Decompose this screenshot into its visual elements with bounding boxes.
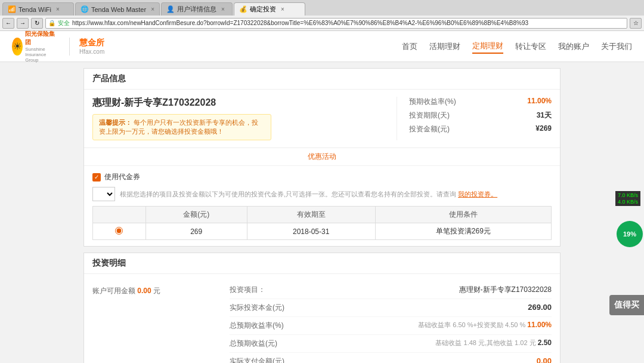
coupon-row: 269 2018-05-31 单笔投资满269元 (93, 223, 552, 240)
tab-favicon: 💰 (239, 5, 247, 13)
coupon-link[interactable]: 我的投资券。 (458, 190, 497, 198)
network-monitor: 7.0 KB/s 4.0 KB/s (615, 191, 640, 206)
hfax-sub-label: Hfax.com (79, 48, 104, 55)
coupon-table: 金额(元) 有效期至 使用条件 269 2018-05-31 单笔投资满269元 (92, 206, 552, 240)
row-label-principal: 实际投资本金(元) (230, 303, 284, 313)
coupon-col-expiry: 有效期至 (247, 207, 375, 223)
watermark-text: 值得买 (614, 300, 639, 309)
site-navigation: 首页 活期理财 定期理财 转让专区 我的账户 关于我们 (402, 39, 632, 54)
row-label-project: 投资项目： (230, 285, 265, 295)
row-label-yield-amount: 总预期收益(元) (230, 339, 277, 349)
row-value-project: 惠理财-新手专享Z170322028 (459, 285, 552, 295)
stat-amount: 投资金额(元) ¥269 (409, 124, 552, 134)
hfax-main-label: 慧金所 (79, 38, 104, 48)
sunshine-label: 阳光保险集团 (25, 30, 60, 47)
promo-bar[interactable]: 优惠活动 (84, 147, 560, 165)
tab-close-icon[interactable]: × (151, 6, 154, 13)
coupon-col-select (93, 207, 146, 223)
tab-confirm-invest[interactable]: 💰 确定投资 × (234, 2, 305, 16)
coupon-dropdown[interactable] (92, 187, 115, 201)
watermark: 值得买 (609, 295, 644, 315)
coupon-condition-cell: 单笔投资满269元 (375, 223, 551, 240)
back-button[interactable]: ← (2, 18, 14, 29)
coupon-col-condition: 使用条件 (375, 207, 551, 223)
navigation-bar: ← → ↻ 🔒 安全 https://www.hfax.com/newHandC… (0, 16, 644, 31)
tab-favicon: 📶 (8, 5, 16, 13)
coupon-radio-cell[interactable] (93, 223, 146, 240)
invest-body: 账户可用金额 0.00 元 投资项目： 惠理财-新手专享Z170322028 实… (84, 274, 560, 363)
invest-panel-title: 投资明细 (84, 253, 560, 274)
coupon-radio[interactable] (115, 227, 123, 235)
invest-left: 账户可用金额 0.00 元 (92, 281, 212, 363)
warning-title: 温馨提示： (99, 119, 132, 126)
invest-row-principal: 实际投资本金(元) 269.00 (230, 299, 552, 317)
net-up-speed: 7.0 KB/s (618, 192, 638, 198)
tab-label: 用户详情信息 (177, 5, 216, 14)
tab-close-icon[interactable]: × (221, 6, 225, 13)
sunshine-logo: ☀ 阳光保险集团 Sunshine Insurance Group (12, 30, 60, 63)
balance-label: 账户可用金额 (92, 287, 135, 295)
tab-favicon: 👤 (166, 5, 175, 13)
tab-tenda-web[interactable]: 🌐 Tenda Web Master × (75, 2, 160, 16)
row-value-yield-amount: 基础收益 1.48 元,其他收益 1.02 元 2.50 (435, 339, 552, 349)
checkmark-icon: ✓ (94, 174, 99, 180)
badge-value: 19% (623, 230, 636, 238)
rate-detail-text: 基础收益率 6.50 %+投资奖励 4.50 % (418, 321, 527, 328)
row-label-payment: 实际支付金额(元) (230, 356, 284, 363)
yield-total-value: 2.50 (538, 339, 552, 347)
coupon-select-row: 根据您选择的项目及投资金额以下为可使用的投资代金券,只可选择一张。您还可以查看您… (92, 187, 552, 201)
nav-my-account[interactable]: 我的账户 (558, 40, 589, 53)
yield-detail-text: 基础收益 1.48 元,其他收益 1.02 元 (435, 339, 537, 346)
coupon-section: ✓ 使用代金券 根据您选择的项目及投资金额以下为可使用的投资代金券,只可选择一张… (84, 165, 560, 246)
nav-current-finance[interactable]: 活期理财 (429, 40, 460, 53)
circle-badge: 19% (617, 221, 643, 247)
refresh-button[interactable]: ↻ (31, 18, 43, 29)
product-warning: 温馨提示： 每个用户只有一次投资新手专享的机会，投资上限为一万元，请您确选择投资… (92, 114, 271, 140)
coupon-expiry-cell: 2018-05-31 (247, 223, 375, 240)
product-left: 惠理财-新手专享Z170322028 温馨提示： 每个用户只有一次投资新手专享的… (92, 97, 397, 140)
invest-row-yield-rate: 总预期收益率(%) 基础收益率 6.50 %+投资奖励 4.50 % 11.00… (230, 317, 552, 335)
hfax-logo: 慧金所 Hfax.com (79, 38, 104, 55)
invest-row-payment: 实际支付金额(元) 0.00 (230, 353, 552, 363)
product-info: 惠理财-新手专享Z170322028 温馨提示： 每个用户只有一次投资新手专享的… (84, 90, 560, 147)
stat-value-yield: 11.00% (527, 97, 552, 107)
nav-fixed-finance[interactable]: 定期理财 (472, 39, 503, 54)
product-name: 惠理财-新手专享Z170322028 (92, 97, 397, 109)
tab-tenda-wifi[interactable]: 📶 Tenda WiFi × (2, 2, 74, 16)
coupon-checkbox[interactable]: ✓ (92, 173, 101, 182)
tab-close-icon[interactable]: × (56, 6, 60, 13)
secure-icon: 🔒 (48, 20, 55, 26)
nav-about[interactable]: 关于我们 (601, 40, 632, 53)
forward-button[interactable]: → (17, 18, 29, 29)
coupon-col-amount: 金额(元) (145, 207, 247, 223)
coupon-label: 使用代金券 (104, 172, 140, 182)
invest-row-project: 投资项目： 惠理财-新手专享Z170322028 (230, 281, 552, 299)
net-speed: 7.0 KB/s 4.0 KB/s (618, 192, 638, 205)
stat-label-amount: 投资金额(元) (409, 124, 450, 134)
row-value-payment: 0.00 (537, 356, 552, 363)
coupon-amount-cell: 269 (145, 223, 247, 240)
nav-home[interactable]: 首页 (402, 40, 417, 53)
tab-user-info[interactable]: 👤 用户详情信息 × (161, 2, 233, 16)
tab-label: 确定投资 (250, 5, 276, 14)
stat-period: 投资期限(天) 31天 (409, 110, 552, 121)
main-content: 产品信息 惠理财-新手专享Z170322028 温馨提示： 每个用户只有一次投资… (0, 62, 644, 363)
stat-value-period: 31天 (537, 110, 552, 121)
nav-transfer[interactable]: 转让专区 (515, 40, 546, 53)
balance-unit: 元 (153, 287, 160, 295)
stat-value-amount: ¥269 (535, 124, 552, 134)
sunshine-sub: Sunshine Insurance Group (25, 47, 60, 63)
row-label-yield-rate: 总预期收益率(%) (230, 321, 284, 331)
bookmark-button[interactable]: ☆ (630, 18, 642, 29)
secure-label: 安全 (58, 19, 70, 27)
address-bar[interactable]: 🔒 安全 https://www.hfax.com/newHandConfirm… (45, 18, 627, 29)
site-header: ☀ 阳光保险集团 Sunshine Insurance Group 慧金所 Hf… (0, 31, 644, 62)
user-balance: 账户可用金额 0.00 元 (92, 286, 212, 296)
row-value-yield-rate: 基础收益率 6.50 %+投资奖励 4.50 % 11.00% (418, 321, 552, 331)
stat-yield-rate: 预期收益率(%) 11.00% (409, 97, 552, 107)
tab-bar: 📶 Tenda WiFi × 🌐 Tenda Web Master × 👤 用户… (0, 0, 644, 16)
row-value-principal: 269.00 (528, 303, 552, 313)
rate-highlight-value: 11.00% (527, 321, 552, 329)
tab-close-icon[interactable]: × (281, 6, 284, 13)
invest-right: 投资项目： 惠理财-新手专享Z170322028 实际投资本金(元) 269.0… (230, 281, 552, 363)
